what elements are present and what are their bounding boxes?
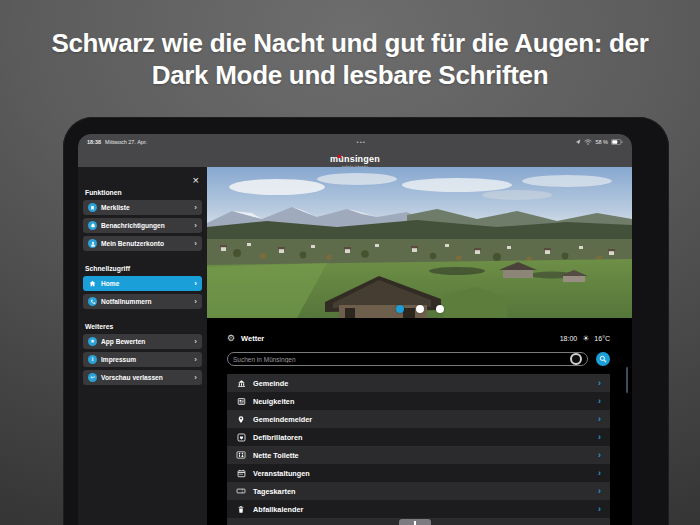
carousel-dot-2[interactable] — [416, 305, 424, 313]
sidebar-item-app-bewerten[interactable]: ★ App Bewerten › — [83, 334, 202, 349]
trash-icon — [236, 504, 246, 514]
map-pin-icon — [236, 414, 246, 424]
sidebar-item-label: Notfallnummern — [101, 298, 152, 305]
sidebar-menu: × Funktionen Merkliste › Benachrichtigun… — [78, 167, 207, 525]
chevron-right-icon: › — [194, 204, 197, 212]
sidebar-item-label: Benachrichtigungen — [101, 222, 165, 229]
weather-time: 18:00 — [560, 335, 578, 342]
info-icon: i — [88, 355, 97, 364]
star-icon: ★ — [88, 337, 97, 346]
menu-item-label: Veranstaltungen — [253, 469, 310, 478]
carousel-dot-3[interactable] — [436, 305, 444, 313]
chevron-right-icon: › — [598, 379, 601, 388]
sidebar-section-weiteres: Weiteres — [85, 323, 202, 330]
menu-item-label: Gemeindemelder — [253, 415, 312, 424]
weather-temperature: 16°C — [594, 335, 610, 342]
menu-item-gemeindemelder[interactable]: Gemeindemelder › — [227, 410, 610, 428]
menu-item-tageskarten[interactable]: Tageskarten › — [227, 482, 610, 500]
menu-item-label: Nette Toilette — [253, 451, 299, 460]
carousel-dots — [207, 305, 632, 313]
tablet-screen: 18:38 Mittwoch 27. Apr. ••• 58 % münsing… — [78, 134, 632, 525]
sidebar-item-label: Mein Benutzerkonto — [101, 240, 164, 247]
status-bar: 18:38 Mittwoch 27. Apr. ••• 58 % — [78, 134, 632, 148]
search-bar — [227, 352, 610, 366]
menu-list: Gemeinde › Neuigkeiten › Gemeindemelder — [227, 374, 610, 525]
chevron-right-icon: › — [194, 298, 197, 306]
clear-icon[interactable] — [570, 353, 582, 365]
search-button[interactable] — [596, 352, 610, 366]
menu-item-label: Abfallkalender — [253, 505, 303, 514]
chevron-right-icon: › — [598, 469, 601, 478]
sidebar-item-merkliste[interactable]: Merkliste › — [83, 200, 202, 215]
landscape-photo — [207, 167, 632, 318]
sidebar-item-label: Home — [101, 280, 119, 287]
phone-icon — [88, 297, 97, 306]
battery-icon — [611, 139, 623, 145]
status-date: Mittwoch 27. Apr. — [105, 139, 147, 145]
wifi-icon — [584, 139, 592, 145]
menu-item-nette-toilette[interactable]: Nette Toilette › — [227, 446, 610, 464]
chevron-right-icon: › — [598, 433, 601, 442]
chevron-right-icon: › — [194, 338, 197, 346]
sidebar-item-label: App Bewerten — [101, 338, 145, 345]
ticket-icon — [236, 486, 246, 496]
menu-item-abfallkalender[interactable]: Abfallkalender › — [227, 500, 610, 518]
hero-carousel — [207, 167, 632, 318]
chevron-right-icon: › — [598, 397, 601, 406]
app-topbar: 18:38 Mittwoch 27. Apr. ••• 58 % münsing… — [78, 134, 632, 167]
news-icon — [236, 396, 246, 406]
sidebar-section-schnellzugriff: Schnellzugriff — [85, 265, 202, 272]
chevron-right-icon: › — [194, 356, 197, 364]
home-indicator[interactable] — [399, 519, 431, 525]
menu-item-label: Defibrillatoren — [253, 433, 302, 442]
tablet-frame: 18:38 Mittwoch 27. Apr. ••• 58 % münsing… — [63, 117, 669, 525]
weather-widget: ⚙ Wetter 18:00 ☀ 16°C — [227, 330, 610, 347]
chevron-right-icon: › — [194, 240, 197, 248]
close-icon[interactable]: × — [193, 174, 202, 186]
page-title: Schwarz wie die Nacht und gut für die Au… — [20, 28, 680, 91]
slide: Schwarz wie die Nacht und gut für die Au… — [0, 0, 700, 525]
bell-icon — [88, 221, 97, 230]
chevron-right-icon: › — [598, 451, 601, 460]
sidebar-section-funktionen: Funktionen — [85, 189, 202, 196]
menu-item-defibrillatoren[interactable]: Defibrillatoren › — [227, 428, 610, 446]
scrollbar[interactable] — [626, 367, 629, 393]
battery-percent: 58 % — [595, 139, 608, 145]
menu-item-label: Gemeinde — [253, 379, 288, 388]
chevron-right-icon: › — [194, 374, 197, 382]
user-icon — [88, 239, 97, 248]
defibrillator-icon — [236, 432, 246, 442]
chevron-right-icon: › — [194, 222, 197, 230]
search-input[interactable] — [233, 356, 570, 363]
home-icon — [88, 279, 97, 288]
title-line-2: Dark Mode und lesbare Schriften — [20, 60, 680, 92]
chevron-right-icon: › — [598, 505, 601, 514]
chevron-right-icon: › — [598, 415, 601, 424]
menu-item-veranstaltungen[interactable]: Veranstaltungen › — [227, 464, 610, 482]
search-icon — [599, 355, 607, 363]
sidebar-item-impressum[interactable]: i Impressum › — [83, 352, 202, 367]
status-time: 18:38 — [87, 139, 101, 145]
municipality-logo: münsingen — [330, 155, 380, 164]
sidebar-item-vorschau-verlassen[interactable]: ↩ Vorschau verlassen › — [83, 370, 202, 385]
title-line-1: Schwarz wie die Nacht und gut für die Au… — [20, 28, 680, 60]
menu-item-gemeinde[interactable]: Gemeinde › — [227, 374, 610, 392]
sidebar-item-label: Vorschau verlassen — [101, 374, 163, 381]
gear-icon[interactable]: ⚙ — [227, 334, 235, 343]
sidebar-item-notfallnummern[interactable]: Notfallnummern › — [83, 294, 202, 309]
multitask-dots-icon: ••• — [147, 139, 575, 145]
sidebar-item-benutzerkonto[interactable]: Mein Benutzerkonto › — [83, 236, 202, 251]
sidebar-item-home[interactable]: Home › — [83, 276, 202, 291]
weather-label: Wetter — [241, 334, 264, 343]
town-hall-icon — [236, 378, 246, 388]
menu-item-neuigkeiten[interactable]: Neuigkeiten › — [227, 392, 610, 410]
menu-item-label: Neuigkeiten — [253, 397, 294, 406]
chevron-right-icon: › — [194, 280, 197, 288]
sidebar-item-benachrichtigungen[interactable]: Benachrichtigungen › — [83, 218, 202, 233]
sidebar-item-label: Impressum — [101, 356, 136, 363]
carousel-dot-1[interactable] — [396, 305, 404, 313]
sun-icon: ☀ — [582, 335, 589, 343]
toilet-icon — [236, 450, 246, 460]
calendar-icon — [236, 468, 246, 478]
search-field — [227, 352, 588, 366]
